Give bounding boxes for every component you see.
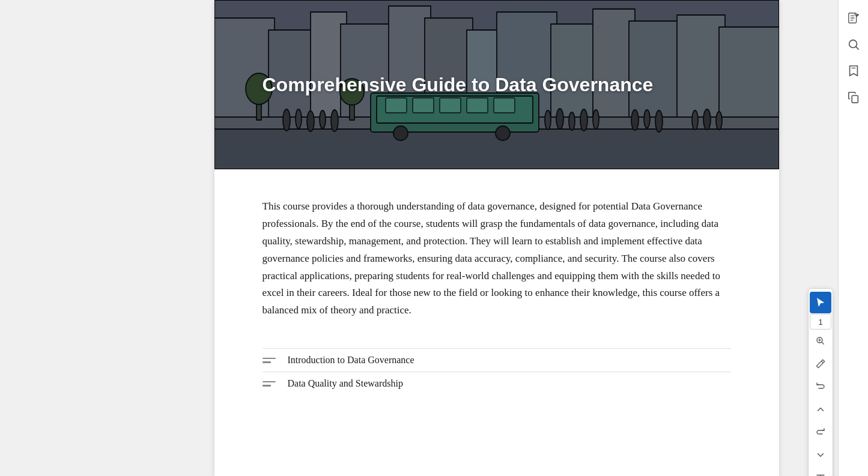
undo-icon[interactable]: [810, 376, 831, 397]
main-content: Comprehensive Guide to Data Governance T…: [155, 0, 838, 476]
annotate-svg: [847, 11, 860, 25]
toc-label-2: Data Quality and Stewardship: [288, 378, 403, 389]
pen-svg: [815, 358, 826, 369]
search-svg: [847, 38, 860, 51]
page-number-current[interactable]: 1: [810, 314, 831, 330]
hero-title: Comprehensive Guide to Data Governance: [214, 73, 678, 96]
toc-list: Introduction to Data Governance Data Qua…: [214, 339, 779, 407]
svg-line-51: [856, 47, 858, 49]
body-text: This course provides a thorough understa…: [214, 169, 779, 339]
zoom-svg: [815, 336, 826, 346]
svg-line-55: [822, 342, 824, 344]
toc-label-1: Introduction to Data Governance: [288, 355, 414, 366]
left-sidebar: [0, 0, 155, 476]
toc-icon-1: [263, 358, 276, 363]
search-icon[interactable]: [842, 32, 866, 56]
text-tool[interactable]: [810, 467, 831, 476]
text-svg: [815, 472, 826, 476]
toc-icon-2: [263, 381, 276, 387]
toc-line: [263, 358, 276, 360]
annotate-icon[interactable]: [842, 6, 866, 30]
next-page-icon[interactable]: [810, 444, 831, 466]
toc-line-short: [263, 385, 271, 387]
cursor-tool[interactable]: [810, 292, 831, 313]
copy-icon[interactable]: [842, 85, 866, 109]
pen-tool[interactable]: [810, 353, 831, 375]
floating-toolbar: 1: [808, 288, 833, 476]
description-text: This course provides a thorough understa…: [263, 198, 731, 319]
toc-line-short: [263, 361, 271, 363]
chevron-up-svg: [815, 404, 826, 415]
redo-svg: [815, 427, 826, 438]
undo-svg: [815, 381, 826, 392]
zoom-tool[interactable]: [810, 330, 831, 352]
copy-svg: [847, 91, 860, 104]
right-toolbar: [838, 0, 868, 476]
svg-rect-53: [852, 95, 858, 103]
page-container: Comprehensive Guide to Data Governance T…: [214, 0, 779, 476]
chevron-down-svg: [815, 450, 826, 460]
redo-icon[interactable]: [810, 421, 831, 443]
toc-item-1[interactable]: Introduction to Data Governance: [263, 348, 731, 372]
hero-image: Comprehensive Guide to Data Governance: [214, 0, 779, 169]
cursor-svg: [815, 297, 826, 308]
toc-line: [263, 381, 276, 383]
prev-page-icon[interactable]: [810, 399, 831, 420]
svg-line-58: [822, 361, 824, 363]
toc-item-2[interactable]: Data Quality and Stewardship: [263, 372, 731, 395]
bookmark-icon[interactable]: [842, 59, 866, 83]
bookmark-svg: [847, 64, 860, 77]
